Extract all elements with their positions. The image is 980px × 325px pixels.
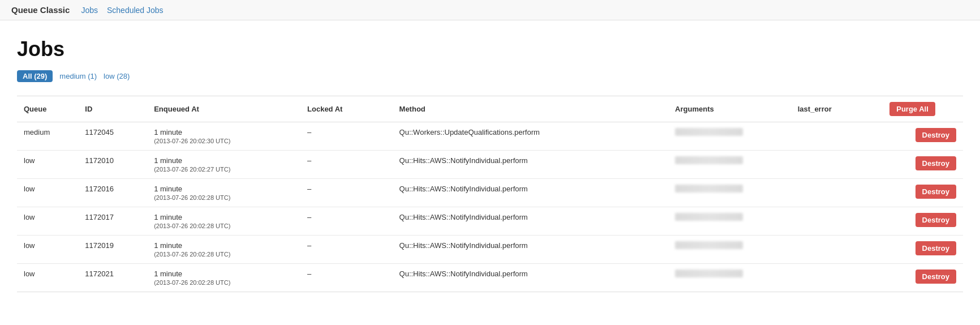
cell-method: Qu::Workers::UpdateQualifications.perfor… [393,122,669,151]
col-header-action: Purge All [883,96,963,122]
cell-action: Destroy [883,207,963,236]
cell-queue: low [17,264,78,292]
table-row: low 1172010 1 minute (2013-07-26 20:02:2… [17,151,963,179]
cell-action: Destroy [883,264,963,292]
cell-id: 1172016 [78,179,147,207]
arguments-blur [675,156,743,164]
cell-method: Qu::Hits::AWS::NotifyIndividual.perform [393,151,669,179]
destroy-button[interactable]: Destroy [915,241,956,255]
destroy-button[interactable]: Destroy [915,156,956,170]
cell-enqueued: 1 minute (2013-07-26 20:02:30 UTC) [147,122,300,151]
cell-action: Destroy [883,151,963,179]
col-header-arguments: Arguments [668,96,791,122]
cell-lasterror [791,236,883,264]
table-row: low 1172016 1 minute (2013-07-26 20:02:2… [17,179,963,207]
col-header-locked: Locked At [300,96,393,122]
cell-enqueued: 1 minute (2013-07-26 20:02:28 UTC) [147,264,300,292]
filter-row: All (29) medium (1) low (28) [17,70,963,82]
cell-method: Qu::Hits::AWS::NotifyIndividual.perform [393,179,669,207]
cell-arguments [668,207,791,236]
cell-enqueued: 1 minute (2013-07-26 20:02:28 UTC) [147,207,300,236]
cell-queue: low [17,179,78,207]
col-header-lasterror: last_error [791,96,883,122]
cell-enqueued-detail: (2013-07-26 20:02:27 UTC) [154,166,294,173]
cell-enqueued: 1 minute (2013-07-26 20:02:28 UTC) [147,236,300,264]
cell-enqueued: 1 minute (2013-07-26 20:02:28 UTC) [147,179,300,207]
cell-enqueued-detail: (2013-07-26 20:02:30 UTC) [154,138,294,144]
cell-id: 1172021 [78,264,147,292]
arguments-blur [675,241,743,249]
page-title: Jobs [17,37,963,61]
col-header-method: Method [393,96,669,122]
cell-queue: low [17,207,78,236]
table-row: low 1172017 1 minute (2013-07-26 20:02:2… [17,207,963,236]
navbar: Queue Classic Jobs Scheduled Jobs [0,0,980,20]
cell-arguments [668,264,791,292]
cell-locked: – [300,179,393,207]
cell-locked: – [300,264,393,292]
cell-locked: – [300,207,393,236]
col-header-id: ID [78,96,147,122]
cell-locked: – [300,236,393,264]
jobs-table: Queue ID Enqueued At Locked At Method Ar… [17,96,963,292]
cell-method: Qu::Hits::AWS::NotifyIndividual.perform [393,236,669,264]
arguments-blur [675,270,743,277]
cell-lasterror [791,122,883,151]
page-content: Jobs All (29) medium (1) low (28) Queue … [0,20,980,303]
cell-arguments [668,151,791,179]
cell-queue: low [17,151,78,179]
table-row: medium 1172045 1 minute (2013-07-26 20:0… [17,122,963,151]
cell-enqueued-detail: (2013-07-26 20:02:28 UTC) [154,251,294,258]
cell-method: Qu::Hits::AWS::NotifyIndividual.perform [393,207,669,236]
cell-lasterror [791,264,883,292]
cell-action: Destroy [883,236,963,264]
col-header-queue: Queue [17,96,78,122]
nav-link-jobs[interactable]: Jobs [81,6,98,15]
filter-low[interactable]: low (28) [104,72,130,80]
navbar-brand[interactable]: Queue Classic [11,5,70,15]
cell-enqueued: 1 minute (2013-07-26 20:02:27 UTC) [147,151,300,179]
cell-queue: low [17,236,78,264]
destroy-button[interactable]: Destroy [915,213,956,227]
arguments-blur [675,185,743,193]
table-header-row: Queue ID Enqueued At Locked At Method Ar… [17,96,963,122]
arguments-blur [675,128,743,136]
cell-id: 1172019 [78,236,147,264]
cell-enqueued-detail: (2013-07-26 20:02:28 UTC) [154,194,294,201]
table-body: medium 1172045 1 minute (2013-07-26 20:0… [17,122,963,292]
cell-action: Destroy [883,179,963,207]
filter-all[interactable]: All (29) [17,70,53,82]
cell-arguments [668,122,791,151]
cell-enqueued-detail: (2013-07-26 20:02:28 UTC) [154,223,294,229]
cell-id: 1172045 [78,122,147,151]
cell-lasterror [791,151,883,179]
cell-locked: – [300,122,393,151]
cell-enqueued-detail: (2013-07-26 20:02:28 UTC) [154,279,294,286]
cell-queue: medium [17,122,78,151]
cell-id: 1172017 [78,207,147,236]
destroy-button[interactable]: Destroy [915,270,956,284]
cell-lasterror [791,179,883,207]
destroy-button[interactable]: Destroy [915,128,956,142]
table-row: low 1172019 1 minute (2013-07-26 20:02:2… [17,236,963,264]
filter-medium[interactable]: medium (1) [59,72,97,80]
col-header-enqueued: Enqueued At [147,96,300,122]
nav-link-scheduled-jobs[interactable]: Scheduled Jobs [107,6,164,15]
cell-locked: – [300,151,393,179]
cell-lasterror [791,207,883,236]
cell-arguments [668,179,791,207]
table-row: low 1172021 1 minute (2013-07-26 20:02:2… [17,264,963,292]
cell-action: Destroy [883,122,963,151]
cell-arguments [668,236,791,264]
cell-id: 1172010 [78,151,147,179]
purge-all-button[interactable]: Purge All [889,102,935,116]
destroy-button[interactable]: Destroy [915,185,956,199]
arguments-blur [675,213,743,221]
cell-method: Qu::Hits::AWS::NotifyIndividual.perform [393,264,669,292]
